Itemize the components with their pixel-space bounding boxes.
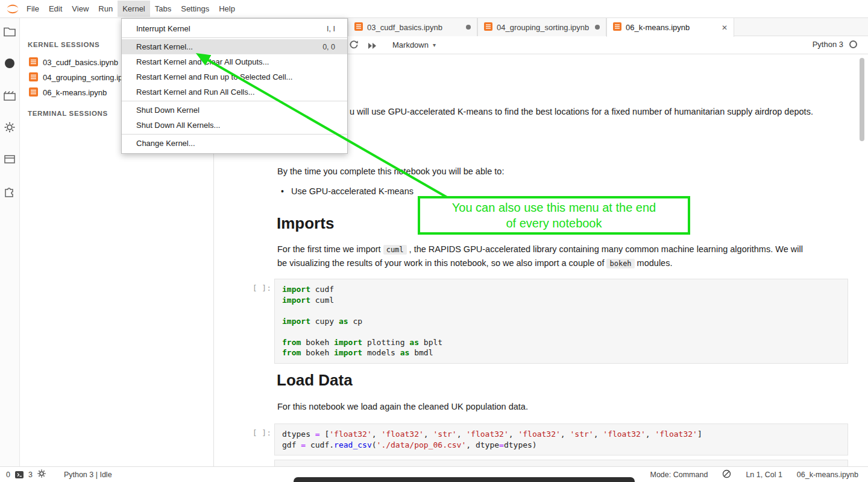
jupyter-logo-icon [5,2,20,16]
terminal-icon [15,471,24,478]
left-sidebar-strip [0,18,20,466]
menu-separator [122,37,347,38]
menu-item-label: Shut Down All Kernels... [136,121,220,130]
cell-prompt: [ ]: [236,284,271,293]
notebook-file-icon [29,87,38,98]
intro-paragraph: u will use GPU-accelerated K-means to fi… [350,105,856,118]
cell-prompt: [ ]: [236,428,271,437]
menu-help[interactable]: Help [214,1,240,17]
running-sessions-button[interactable] [2,57,17,72]
gears-icon [4,122,15,135]
load-data-heading: Load Data [277,371,353,390]
kernel-status-text[interactable]: Python 3 | Idle [64,471,112,479]
code-cell-load-data[interactable]: dtypes = ['float32', 'float32', 'str', '… [274,423,848,455]
menu-item-interrupt-kernel[interactable]: Interrupt Kernel I, I [122,21,347,36]
menu-item-restart-kernel[interactable]: Restart Kernel... 0, 0 [122,39,347,54]
imports-heading: Imports [277,214,334,233]
objectives-line: By the time you complete this notebook y… [277,165,504,178]
kernel-menu-dropdown: Interrupt Kernel I, I Restart Kernel... … [121,18,348,154]
menu-item-label: Change Kernel... [136,139,195,148]
menu-item-restart-clear-outputs[interactable]: Restart Kernel and Clear All Outputs... [122,54,347,69]
notebook-mode[interactable]: Mode: Command [650,471,708,479]
extension-manager-button[interactable] [2,185,17,200]
tab-03-cudf-basics[interactable]: 03_cudf_basics.ipynb [348,18,477,36]
menu-file[interactable]: File [22,1,44,17]
tab-04-grouping-sorting[interactable]: 04_grouping_sorting.ipynb [477,18,606,36]
next-cell-partial[interactable] [274,460,848,466]
restart-icon [349,41,359,51]
menu-item-shortcut: I, I [327,25,335,33]
menu-item-label: Restart Kernel... [136,42,193,51]
menu-item-label: Restart Kernel and Clear All Outputs... [136,57,269,66]
dashboard-icon [4,90,16,103]
menu-item-restart-run-all[interactable]: Restart Kernel and Run All Cells... [122,84,347,100]
menu-item-shutdown-all-kernels[interactable]: Shut Down All Kernels... [122,118,347,133]
cell-type-dropdown[interactable]: Markdown ▾ [392,40,436,49]
menu-item-label: Interrupt Kernel [136,24,190,33]
menu-item-change-kernel[interactable]: Change Kernel... [122,136,347,151]
menu-item-label: Restart Kernel and Run up to Selected Ce… [136,72,292,81]
tab-label: 06_k-means.ipynb [626,23,717,32]
running-circle-icon [4,58,15,71]
menu-edit[interactable]: Edit [44,1,67,17]
terminals-count: 0 [6,471,10,479]
notebook-file-icon [613,22,621,33]
run-all-button[interactable] [368,41,377,52]
menu-item-restart-run-to-selected[interactable]: Restart Kernel and Run up to Selected Ce… [122,69,347,84]
trust-icon[interactable] [722,469,731,480]
load-data-paragraph: For this notebook we load again the clea… [277,400,528,413]
objective-text: Use GPU-accelerated K-means [291,186,414,196]
kernel-gear-icon [37,469,46,480]
window-icon [4,154,15,166]
imports-paragraph: For the first time we import cuml , the … [277,243,813,270]
puzzle-icon [4,185,16,200]
menu-run[interactable]: Run [93,1,118,17]
notebook-file-icon [29,57,38,68]
unsaved-dot-icon [466,25,471,30]
chevron-down-icon: ▾ [433,42,436,48]
notebook-file-icon [354,22,363,33]
code-cell-imports[interactable]: import cudfimport cuml import cupy as cp… [274,279,848,364]
kernels-count: 3 [28,471,33,479]
active-file-name: 06_k-means.ipynb [797,471,858,479]
menu-item-shutdown-kernel[interactable]: Shut Down Kernel [122,103,347,118]
menu-item-label: Shut Down Kernel [136,106,200,115]
annotation-text-line1: You can also use this menu at the end [452,200,656,215]
property-inspector-button[interactable] [2,121,17,136]
menu-kernel[interactable]: Kernel [118,1,150,17]
tab-06-k-means[interactable]: 06_k-means.ipynb ✕ [606,18,734,37]
tab-label: 04_grouping_sorting.ipynb [497,23,591,32]
objective-bullet-item: • Use GPU-accelerated K-means [281,186,414,196]
menu-separator [122,134,347,135]
menu-tabs[interactable]: Tabs [150,1,176,17]
open-tabs-button[interactable] [2,153,17,168]
kernel-name[interactable]: Python 3 [813,40,843,49]
bullet-icon: • [281,186,284,196]
session-label: 06_k-means.ipynb [43,88,107,97]
kernel-status-idle-icon[interactable] [849,40,857,48]
cell-type-value: Markdown [392,40,429,49]
restart-kernel-button[interactable] [349,40,359,52]
close-tab-icon[interactable]: ✕ [722,24,728,32]
unsaved-dot-icon [595,25,600,30]
cursor-position[interactable]: Ln 1, Col 1 [746,471,782,479]
annotation-text-line2: of every notebook [506,215,602,231]
running-sessions-status[interactable]: 0 3 [6,469,46,480]
kernel-indicator: Python 3 [813,40,857,49]
annotation-callout-box: You can also use this menu at the end of… [418,196,690,235]
menu-item-shortcut: 0, 0 [322,43,335,51]
notebook-file-icon [29,72,38,83]
menu-separator [122,101,347,101]
gpu-dashboards-button[interactable] [2,89,17,104]
session-label: 03_cudf_basics.ipynb [43,58,118,67]
menu-view[interactable]: View [67,1,93,17]
tab-label: 03_cudf_basics.ipynb [367,23,462,32]
menu-bar: File Edit View Run Kernel Tabs Settings … [0,0,868,18]
folder-icon [4,27,16,39]
file-browser-button[interactable] [2,25,17,40]
menu-settings[interactable]: Settings [176,1,214,17]
notebook-file-icon [484,22,492,33]
notebook-scrollbar-thumb[interactable] [860,58,864,141]
fast-forward-icon [368,41,377,51]
menu-item-label: Restart Kernel and Run All Cells... [136,87,255,97]
